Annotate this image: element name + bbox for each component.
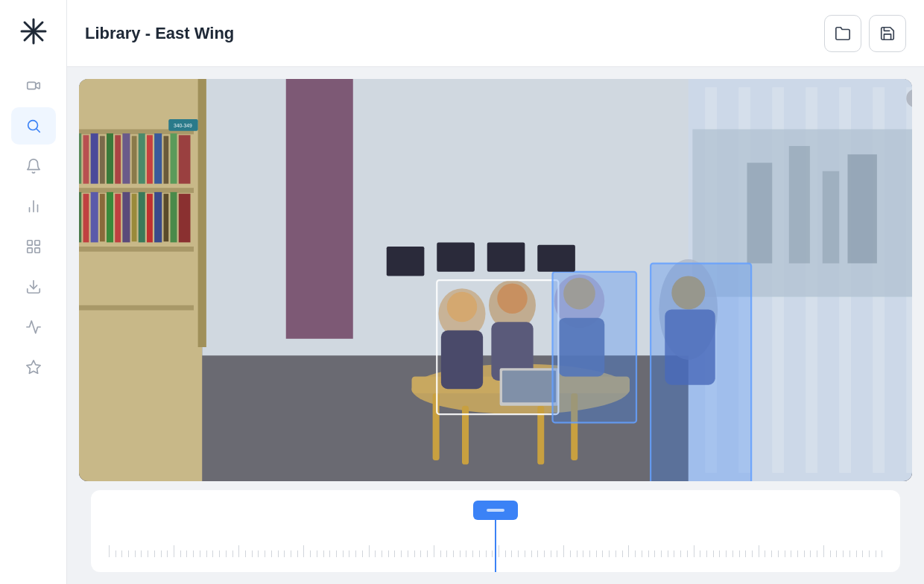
timeline-tick bbox=[560, 545, 567, 557]
svg-rect-4 bbox=[27, 82, 35, 89]
timeline-tick bbox=[151, 550, 158, 557]
timeline-tick bbox=[782, 550, 788, 557]
timeline-tick bbox=[164, 550, 171, 557]
svg-rect-10 bbox=[27, 241, 31, 245]
timeline-tick bbox=[268, 550, 275, 557]
timeline-tick bbox=[820, 545, 827, 557]
svg-rect-45 bbox=[100, 136, 105, 184]
timeline-tick bbox=[600, 550, 607, 557]
timeline-tick bbox=[756, 545, 762, 557]
sidebar-item-download[interactable] bbox=[11, 268, 56, 305]
svg-rect-37 bbox=[79, 305, 194, 311]
svg-rect-104 bbox=[537, 245, 575, 272]
sidebar-item-favorites[interactable] bbox=[11, 349, 56, 386]
svg-rect-69 bbox=[147, 194, 153, 242]
sidebar-item-activity[interactable] bbox=[11, 308, 56, 346]
timeline-tick bbox=[665, 550, 671, 557]
svg-rect-72 bbox=[171, 192, 177, 243]
timeline-tick bbox=[379, 550, 385, 557]
timeline-tick bbox=[762, 550, 769, 557]
svg-marker-15 bbox=[26, 361, 39, 373]
timeline-tick bbox=[275, 550, 282, 557]
timeline-tick bbox=[567, 550, 574, 557]
timeline-tick bbox=[158, 550, 165, 557]
timeline-tick bbox=[463, 550, 470, 557]
svg-rect-43 bbox=[83, 135, 89, 183]
timeline-tick bbox=[145, 550, 151, 557]
timeline-tick bbox=[326, 550, 333, 557]
svg-rect-12 bbox=[27, 248, 31, 253]
timeline-tick bbox=[352, 550, 359, 557]
svg-rect-29 bbox=[747, 163, 773, 264]
timeline-tick bbox=[171, 545, 177, 557]
timeline-tick bbox=[106, 545, 113, 557]
timeline-tick bbox=[366, 545, 373, 557]
timeline-tick bbox=[814, 550, 820, 557]
svg-rect-64 bbox=[107, 192, 113, 243]
timeline-tick bbox=[392, 550, 399, 557]
svg-rect-42 bbox=[79, 133, 81, 184]
svg-rect-102 bbox=[437, 242, 475, 271]
sidebar-item-analytics[interactable] bbox=[11, 188, 56, 225]
timeline-tick bbox=[333, 550, 340, 557]
svg-rect-65 bbox=[115, 194, 121, 242]
svg-rect-103 bbox=[487, 242, 525, 271]
folder-button[interactable] bbox=[824, 15, 861, 52]
sidebar-item-alerts[interactable] bbox=[11, 147, 56, 185]
timeline-tick bbox=[541, 550, 548, 557]
timeline-tick bbox=[418, 550, 425, 557]
svg-rect-13 bbox=[34, 248, 39, 253]
svg-rect-74 bbox=[198, 79, 206, 347]
sidebar-item-camera[interactable] bbox=[11, 67, 56, 104]
svg-rect-36 bbox=[79, 247, 194, 252]
svg-rect-55 bbox=[179, 135, 191, 183]
svg-rect-47 bbox=[115, 135, 121, 183]
timeline-tick bbox=[385, 550, 392, 557]
timeline-tick bbox=[177, 550, 184, 557]
sidebar-item-search[interactable] bbox=[11, 107, 56, 145]
timeline-tick bbox=[840, 550, 847, 557]
timeline-tick bbox=[118, 550, 125, 557]
timeline-tick bbox=[730, 550, 736, 557]
header: Library - East Wing bbox=[67, 0, 924, 67]
timeline-tick bbox=[717, 550, 724, 557]
timeline-tick bbox=[847, 550, 853, 557]
timeline-tick bbox=[528, 550, 535, 557]
sidebar-item-grid[interactable] bbox=[11, 228, 56, 265]
timeline-tick bbox=[710, 550, 717, 557]
svg-text:340-349: 340-349 bbox=[174, 123, 192, 128]
svg-rect-50 bbox=[139, 133, 145, 184]
logo bbox=[17, 15, 50, 48]
svg-rect-44 bbox=[91, 133, 98, 184]
timeline-tick bbox=[586, 550, 593, 557]
timeline-tick bbox=[697, 550, 703, 557]
timeline-tick bbox=[450, 550, 457, 557]
timeline-tick bbox=[139, 550, 145, 557]
timeline-tick bbox=[132, 550, 139, 557]
svg-rect-71 bbox=[164, 194, 169, 241]
timeline-tick bbox=[808, 550, 814, 557]
video-frame: 340-349 bbox=[79, 79, 912, 481]
timeline-tick bbox=[593, 550, 600, 557]
timeline-tick bbox=[684, 550, 691, 557]
timeline-tick bbox=[457, 550, 463, 557]
svg-rect-46 bbox=[107, 133, 113, 184]
svg-rect-51 bbox=[147, 135, 153, 183]
timeline-tick bbox=[424, 550, 431, 557]
svg-rect-67 bbox=[132, 194, 137, 241]
timeline-tick bbox=[372, 550, 379, 557]
sidebar bbox=[0, 0, 67, 584]
playhead-handle[interactable] bbox=[473, 501, 518, 520]
timeline-tick bbox=[580, 550, 586, 557]
timeline-tick bbox=[873, 550, 879, 557]
timeline-tick bbox=[216, 550, 223, 557]
svg-rect-62 bbox=[91, 192, 98, 243]
timeline-tick bbox=[301, 545, 308, 557]
timeline-tick bbox=[645, 550, 652, 557]
save-button[interactable] bbox=[869, 15, 906, 52]
playhead[interactable] bbox=[473, 490, 518, 572]
timeline-tick bbox=[242, 550, 249, 557]
svg-point-86 bbox=[447, 292, 478, 323]
timeline-tick bbox=[534, 550, 541, 557]
timeline[interactable]: // Generate tick marks inline via JS aft… bbox=[91, 490, 900, 572]
